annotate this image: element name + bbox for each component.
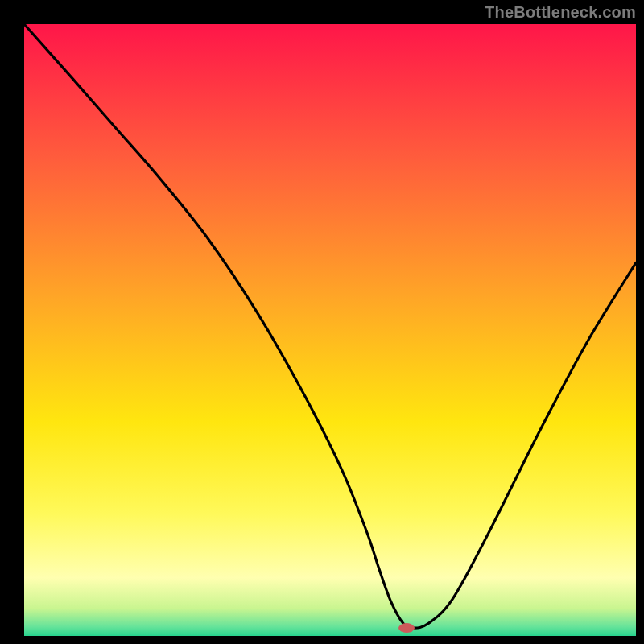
minimum-marker <box>398 623 415 633</box>
gradient-background <box>24 24 636 636</box>
chart-frame: TheBottleneck.com <box>0 0 644 644</box>
bottleneck-chart <box>0 0 644 644</box>
